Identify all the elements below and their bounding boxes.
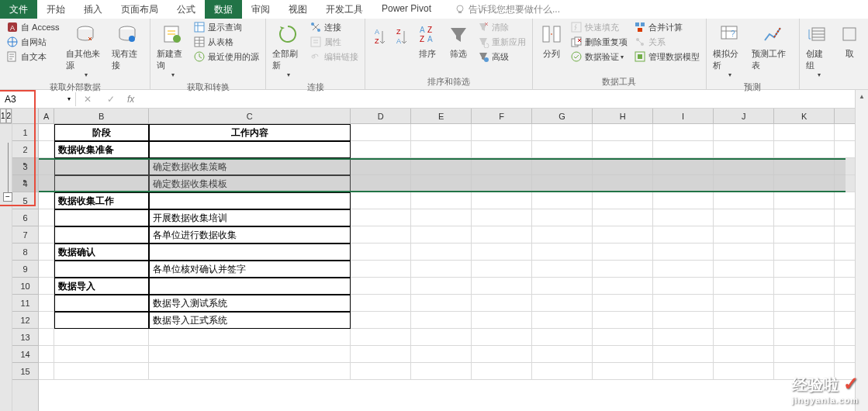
cell[interactable]	[714, 312, 774, 329]
cell[interactable]	[472, 295, 532, 312]
cell[interactable]	[774, 158, 835, 175]
cell[interactable]	[472, 261, 532, 278]
cell[interactable]	[472, 158, 532, 175]
cell[interactable]	[411, 158, 472, 175]
cell[interactable]: 各单位进行数据收集	[149, 226, 351, 243]
cell[interactable]	[411, 141, 472, 158]
cell[interactable]	[54, 226, 149, 243]
cell[interactable]	[714, 278, 774, 295]
cell[interactable]	[351, 243, 411, 261]
ungroup-button[interactable]: 取	[834, 20, 865, 61]
cell[interactable]	[653, 124, 714, 141]
cell[interactable]	[411, 295, 472, 312]
cell[interactable]	[532, 346, 593, 363]
fx-icon[interactable]: fx	[123, 94, 139, 105]
cell[interactable]	[532, 363, 593, 380]
cell[interactable]	[39, 278, 54, 295]
cell[interactable]	[774, 124, 835, 141]
from-access-button[interactable]: A自 Access	[5, 20, 61, 34]
cell[interactable]	[653, 329, 714, 346]
cell[interactable]	[593, 209, 653, 226]
cell[interactable]: 数据确认	[54, 243, 149, 261]
cell[interactable]	[593, 312, 653, 329]
row-header[interactable]: 6	[12, 209, 38, 226]
cell[interactable]: 数据导入正式系统	[149, 312, 351, 329]
cell[interactable]	[472, 175, 532, 192]
cell[interactable]	[774, 346, 835, 363]
cell[interactable]	[351, 363, 411, 380]
refresh-all-button[interactable]: 全部刷新▾	[269, 20, 306, 80]
cell[interactable]	[149, 346, 351, 363]
cell[interactable]	[149, 141, 351, 158]
connections-button[interactable]: 连接	[308, 20, 360, 34]
row-header[interactable]: 3	[12, 158, 38, 175]
cell[interactable]	[593, 158, 653, 175]
tab-insert[interactable]: 插入	[74, 0, 112, 19]
cell[interactable]	[472, 209, 532, 226]
cell[interactable]	[532, 278, 593, 295]
cell[interactable]	[714, 175, 774, 192]
cell[interactable]	[714, 226, 774, 243]
cell[interactable]: 数据导入测试系统	[149, 295, 351, 312]
grid[interactable]: 阶段工作内容数据收集准备确定数据收集策略确定数据收集模板数据收集工作开展数据收集…	[39, 124, 868, 411]
cell[interactable]	[411, 175, 472, 192]
cell[interactable]	[54, 295, 149, 312]
cell[interactable]	[774, 278, 835, 295]
cell[interactable]	[411, 346, 472, 363]
cell[interactable]	[532, 243, 593, 261]
select-all-corner[interactable]	[12, 109, 39, 124]
row-header[interactable]: 11	[12, 295, 38, 312]
cell[interactable]	[532, 124, 593, 141]
sort-button[interactable]: AZZA 排序	[412, 20, 443, 61]
cell[interactable]	[532, 141, 593, 158]
manage-model-button[interactable]: 管理数据模型	[632, 50, 701, 64]
cell[interactable]	[472, 192, 532, 209]
cell[interactable]: 各单位核对确认并签字	[149, 261, 351, 278]
cell[interactable]	[411, 363, 472, 380]
cell[interactable]	[774, 312, 835, 329]
outline-level-1[interactable]: 1	[0, 109, 6, 123]
new-query-button[interactable]: 新建查询▾	[154, 20, 190, 80]
cell[interactable]	[411, 124, 472, 141]
column-header[interactable]: A	[39, 109, 54, 123]
cell[interactable]	[351, 346, 411, 363]
cell[interactable]: 确定数据收集策略	[149, 158, 351, 175]
sort-za-button[interactable]: ZA	[390, 20, 412, 50]
cell[interactable]	[714, 124, 774, 141]
cell[interactable]	[593, 295, 653, 312]
cell[interactable]	[411, 192, 472, 209]
cell[interactable]: 阶段	[54, 124, 149, 141]
cell[interactable]	[774, 295, 835, 312]
cell[interactable]	[351, 295, 411, 312]
column-header[interactable]: D	[351, 109, 411, 123]
cell[interactable]	[653, 209, 714, 226]
cell[interactable]	[593, 192, 653, 209]
cell[interactable]	[774, 209, 835, 226]
cell[interactable]	[39, 329, 54, 346]
cell[interactable]	[593, 329, 653, 346]
row-header[interactable]: 2	[12, 141, 38, 158]
row-header[interactable]: 4	[12, 175, 38, 192]
cell[interactable]	[472, 226, 532, 243]
cell[interactable]	[593, 278, 653, 295]
cell[interactable]: 工作内容	[149, 124, 351, 141]
cell[interactable]	[774, 329, 835, 346]
cell[interactable]	[472, 312, 532, 329]
cell[interactable]	[653, 295, 714, 312]
cell[interactable]	[351, 192, 411, 209]
cell[interactable]	[149, 243, 351, 261]
from-web-button[interactable]: 自网站	[5, 35, 61, 49]
cell[interactable]	[39, 226, 54, 243]
cell[interactable]	[54, 209, 149, 226]
cell[interactable]	[39, 124, 54, 141]
column-header[interactable]: J	[714, 109, 774, 123]
cell[interactable]	[351, 124, 411, 141]
tab-powerpivot[interactable]: Power Pivot	[372, 0, 441, 19]
column-header[interactable]: E	[411, 109, 472, 123]
cell[interactable]	[653, 175, 714, 192]
row-header[interactable]: 7	[12, 226, 38, 243]
row-header[interactable]: 15	[12, 363, 38, 380]
cell[interactable]	[411, 329, 472, 346]
tab-view[interactable]: 视图	[279, 0, 316, 19]
cell[interactable]	[593, 141, 653, 158]
